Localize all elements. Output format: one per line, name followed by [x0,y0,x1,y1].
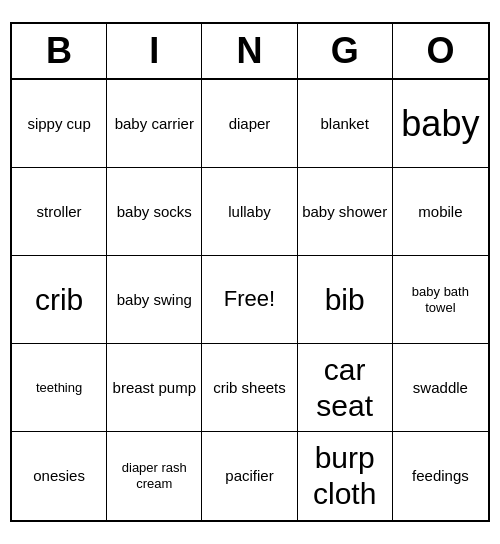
bingo-cell-8: baby shower [298,168,393,256]
cell-text-22: pacifier [225,467,273,485]
cell-text-3: blanket [321,115,369,133]
header-letter-g: G [298,24,393,78]
bingo-cell-13: bib [298,256,393,344]
bingo-grid: sippy cupbaby carrierdiaperblanketbabyst… [12,80,488,520]
bingo-cell-20: onesies [12,432,107,520]
cell-text-9: mobile [418,203,462,221]
header-letter-b: B [12,24,107,78]
cell-text-16: breast pump [113,379,196,397]
cell-text-19: swaddle [413,379,468,397]
cell-text-10: crib [35,282,83,318]
header-letter-n: N [202,24,297,78]
header-letter-i: I [107,24,202,78]
bingo-cell-6: baby socks [107,168,202,256]
cell-text-14: baby bath towel [397,284,484,315]
bingo-header: BINGO [12,24,488,80]
bingo-cell-18: car seat [298,344,393,432]
bingo-cell-22: pacifier [202,432,297,520]
bingo-cell-4: baby [393,80,488,168]
bingo-cell-23: burp cloth [298,432,393,520]
cell-text-4: baby [401,102,479,145]
bingo-cell-1: baby carrier [107,80,202,168]
bingo-card: BINGO sippy cupbaby carrierdiaperblanket… [10,22,490,522]
bingo-cell-5: stroller [12,168,107,256]
bingo-cell-21: diaper rash cream [107,432,202,520]
bingo-cell-17: crib sheets [202,344,297,432]
cell-text-15: teething [36,380,82,396]
cell-text-12: Free! [224,286,275,312]
cell-text-11: baby swing [117,291,192,309]
cell-text-24: feedings [412,467,469,485]
cell-text-8: baby shower [302,203,387,221]
cell-text-21: diaper rash cream [111,460,197,491]
cell-text-18: car seat [302,352,388,424]
bingo-cell-11: baby swing [107,256,202,344]
bingo-cell-0: sippy cup [12,80,107,168]
cell-text-17: crib sheets [213,379,286,397]
cell-text-6: baby socks [117,203,192,221]
header-letter-o: O [393,24,488,78]
cell-text-0: sippy cup [27,115,90,133]
bingo-cell-24: feedings [393,432,488,520]
bingo-cell-14: baby bath towel [393,256,488,344]
bingo-cell-2: diaper [202,80,297,168]
cell-text-20: onesies [33,467,85,485]
bingo-cell-10: crib [12,256,107,344]
cell-text-5: stroller [37,203,82,221]
bingo-cell-16: breast pump [107,344,202,432]
cell-text-1: baby carrier [115,115,194,133]
cell-text-23: burp cloth [302,440,388,512]
bingo-cell-12: Free! [202,256,297,344]
bingo-cell-19: swaddle [393,344,488,432]
cell-text-13: bib [325,282,365,318]
bingo-cell-7: lullaby [202,168,297,256]
cell-text-7: lullaby [228,203,271,221]
bingo-cell-3: blanket [298,80,393,168]
bingo-cell-15: teething [12,344,107,432]
cell-text-2: diaper [229,115,271,133]
bingo-cell-9: mobile [393,168,488,256]
